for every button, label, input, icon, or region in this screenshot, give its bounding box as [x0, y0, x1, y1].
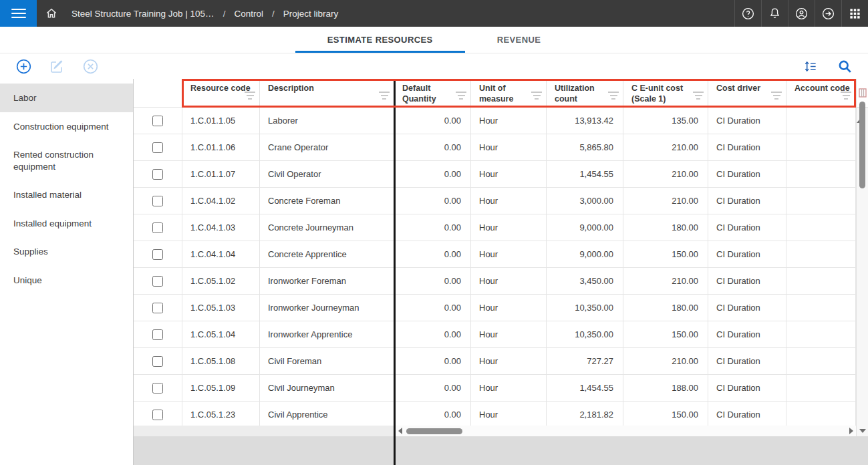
- add-resource-button[interactable]: [15, 57, 32, 75]
- home-button[interactable]: [37, 0, 66, 27]
- row-checkbox[interactable]: [152, 222, 163, 233]
- row-checkbox[interactable]: [152, 142, 163, 153]
- sidebar-item-supplies[interactable]: Supplies: [0, 237, 133, 266]
- sidebar-item-construction-equipment[interactable]: Construction equipment: [0, 112, 133, 141]
- table-row[interactable]: 1.C.01.1.07Civil Operator0.00Hour1,454.5…: [134, 161, 868, 188]
- table-row[interactable]: 1.C.05.1.03Ironworker Journeyman0.00Hour…: [134, 295, 868, 321]
- cell-cost-driver: CI Duration: [708, 241, 786, 267]
- cell-utilization-count: 13,913.42: [547, 108, 623, 134]
- row-checkbox[interactable]: [152, 249, 163, 260]
- filter-icon[interactable]: [245, 90, 255, 100]
- table-row[interactable]: 1.C.05.1.02Ironworker Foreman0.00Hour3,4…: [134, 268, 868, 295]
- delete-resource-button[interactable]: [82, 57, 99, 75]
- header-unit-cost[interactable]: C E-unit cost (Scale 1): [623, 79, 708, 108]
- cell-unit-cost: 135.00: [623, 108, 708, 134]
- edit-resource-button[interactable]: [48, 57, 65, 75]
- cell-cost-driver: CI Duration: [708, 375, 786, 401]
- cell-code: 1.C.04.1.04: [182, 241, 260, 267]
- table-row[interactable]: 1.C.05.1.04Ironworker Apprentice0.00Hour…: [134, 321, 868, 348]
- header-account-code[interactable]: Account code: [786, 79, 856, 108]
- account-button[interactable]: [788, 0, 815, 27]
- table-row[interactable]: 1.C.05.1.09Civil Journeyman0.00Hour1,454…: [134, 375, 868, 402]
- table-row[interactable]: 1.C.05.1.08Civil Foreman0.00Hour727.2721…: [134, 348, 868, 375]
- filter-icon[interactable]: [456, 90, 466, 100]
- apps-grid-icon: [849, 7, 861, 20]
- sidebar-item-labor[interactable]: Labor: [0, 84, 133, 112]
- cell-utilization-count: 3,450.00: [547, 268, 623, 294]
- horizontal-scroll-thumb[interactable]: [406, 428, 462, 434]
- cell-unit-of-measure: Hour: [471, 214, 547, 241]
- checkbox-cell: [134, 134, 182, 160]
- filter-icon[interactable]: [693, 90, 704, 100]
- filter-icon[interactable]: [608, 90, 619, 100]
- checkbox-cell: [134, 295, 182, 321]
- table-row[interactable]: 1.C.01.1.05Laborer0.00Hour13,913.42135.0…: [134, 108, 868, 134]
- cell-unit-cost: 150.00: [623, 402, 708, 426]
- header-utilization-count[interactable]: Utilization count: [547, 79, 623, 108]
- apps-button[interactable]: [841, 0, 868, 27]
- row-checkbox[interactable]: [152, 356, 163, 367]
- cell-utilization-count: 2,181.82: [547, 402, 623, 426]
- sidebar-item-installed-material[interactable]: Installed material: [0, 180, 133, 209]
- row-checkbox[interactable]: [152, 276, 163, 287]
- notifications-button[interactable]: [761, 0, 788, 27]
- row-checkbox[interactable]: [152, 383, 163, 394]
- breadcrumb-section[interactable]: Control: [234, 9, 263, 19]
- table-row[interactable]: 1.C.04.1.04Concrete Apprentice0.00Hour9,…: [134, 241, 868, 268]
- filter-icon[interactable]: [531, 90, 542, 100]
- tab-estimate-resources[interactable]: ESTIMATE RESOURCES: [295, 27, 465, 53]
- cell-unit-of-measure: Hour: [471, 321, 547, 347]
- breadcrumb-project[interactable]: Steel Structure Training Job | 105…: [71, 9, 214, 19]
- main-menu-button[interactable]: [0, 0, 37, 27]
- sign-out-button[interactable]: [815, 0, 841, 27]
- checkbox-cell: [134, 161, 182, 187]
- cell-unit-cost: 210.00: [623, 134, 708, 160]
- row-height-button[interactable]: [801, 57, 819, 75]
- header-unit-of-measure[interactable]: Unit of measure: [471, 79, 547, 108]
- cell-description: Civil Apprentice: [260, 402, 394, 426]
- cell-code: 1.C.01.1.07: [182, 161, 260, 187]
- vertical-scrollbar[interactable]: [856, 79, 868, 436]
- table-row[interactable]: 1.C.05.1.23Civil Apprentice0.00Hour2,181…: [134, 402, 868, 426]
- table-row[interactable]: 1.C.01.1.06Crane Operator0.00Hour5,865.8…: [134, 134, 868, 161]
- cell-unit-of-measure: Hour: [471, 134, 547, 160]
- table-row[interactable]: 1.C.04.1.03Concrete Journeyman0.00Hour9,…: [134, 214, 868, 241]
- cell-utilization-count: 3,000.00: [547, 188, 623, 214]
- sidebar-item-unique[interactable]: Unique: [0, 266, 133, 295]
- header-description[interactable]: Description: [260, 79, 394, 108]
- cell-default-quantity: 0.00: [394, 214, 471, 241]
- table-row[interactable]: 1.C.04.1.02Concrete Foreman0.00Hour3,000…: [134, 188, 868, 214]
- horizontal-scrollbar[interactable]: [396, 426, 856, 436]
- header-default-quantity[interactable]: Default Quantity: [394, 79, 471, 108]
- sidebar-item-rented-construction-equipment[interactable]: Rented construction equipment: [0, 140, 133, 180]
- row-checkbox[interactable]: [152, 303, 163, 313]
- search-button[interactable]: [836, 57, 853, 75]
- row-checkbox[interactable]: [152, 329, 163, 340]
- breadcrumb-page[interactable]: Project library: [283, 9, 339, 19]
- scroll-down-arrow[interactable]: [859, 429, 866, 433]
- vertical-scroll-thumb[interactable]: [859, 102, 865, 188]
- cell-cost-driver: CI Duration: [708, 214, 786, 241]
- tab-revenue[interactable]: REVENUE: [465, 27, 573, 53]
- row-checkbox[interactable]: [152, 169, 163, 180]
- row-checkbox[interactable]: [152, 116, 163, 126]
- checkbox-cell: [134, 214, 182, 241]
- help-button[interactable]: [734, 0, 761, 27]
- cell-description: Ironworker Apprentice: [260, 321, 394, 347]
- header-cost-driver[interactable]: Cost driver: [708, 79, 786, 108]
- filter-icon[interactable]: [379, 90, 390, 100]
- column-options-icon: [859, 88, 867, 98]
- cell-account-code: [786, 402, 856, 426]
- filter-icon[interactable]: [771, 90, 782, 100]
- cell-code: 1.C.04.1.03: [182, 214, 260, 241]
- scroll-right-arrow[interactable]: [849, 428, 853, 434]
- filter-icon[interactable]: [841, 90, 851, 100]
- header-resource-code[interactable]: Resource code: [182, 79, 260, 108]
- row-checkbox[interactable]: [152, 196, 163, 206]
- scroll-left-arrow[interactable]: [398, 428, 402, 434]
- resources-grid: Resource code Description Default Quanti…: [134, 79, 868, 465]
- cell-account-code: [786, 214, 856, 241]
- sidebar-item-installed-equipment[interactable]: Installed equipment: [0, 209, 133, 238]
- grid-toolbar: [0, 53, 868, 79]
- row-checkbox[interactable]: [152, 410, 163, 420]
